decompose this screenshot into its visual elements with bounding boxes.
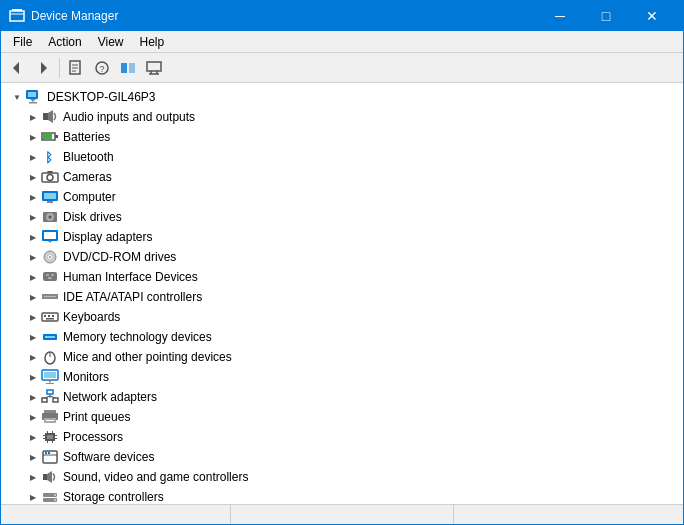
item-expander[interactable] <box>25 289 41 305</box>
computer-icon <box>41 189 59 205</box>
svg-rect-43 <box>46 274 49 276</box>
item-expander[interactable] <box>25 369 41 385</box>
tree-root[interactable]: DESKTOP-GIL46P3 <box>1 87 683 107</box>
display-icon <box>41 229 59 245</box>
mouse-icon <box>41 349 59 365</box>
list-item[interactable]: Mice and other pointing devices <box>1 347 683 367</box>
svg-rect-24 <box>55 135 58 138</box>
svg-rect-54 <box>45 336 55 338</box>
item-expander[interactable] <box>25 329 41 345</box>
list-item[interactable]: Network adapters <box>1 387 683 407</box>
item-expander[interactable] <box>25 109 41 125</box>
keyboard-icon <box>41 309 59 325</box>
item-label: Memory technology devices <box>63 330 212 344</box>
svg-rect-58 <box>44 372 56 378</box>
item-label: Cameras <box>63 170 112 184</box>
list-item[interactable]: Sound, video and game controllers <box>1 467 683 487</box>
window-icon <box>9 8 25 24</box>
list-item[interactable]: Human Interface Devices <box>1 267 683 287</box>
minimize-button[interactable]: ─ <box>537 1 583 31</box>
list-item[interactable]: Computer <box>1 187 683 207</box>
list-item[interactable]: Monitors <box>1 367 683 387</box>
help-button[interactable]: ? <box>90 56 114 80</box>
item-expander[interactable] <box>25 409 41 425</box>
item-expander[interactable] <box>25 349 41 365</box>
window-title: Device Manager <box>31 9 537 23</box>
list-item[interactable]: Keyboards <box>1 307 683 327</box>
item-expander[interactable] <box>25 269 41 285</box>
item-expander[interactable] <box>25 229 41 245</box>
close-button[interactable]: ✕ <box>629 1 675 31</box>
svg-rect-49 <box>44 315 46 317</box>
svg-point-89 <box>54 494 56 496</box>
svg-rect-1 <box>12 9 22 11</box>
list-item[interactable]: Software devices <box>1 447 683 467</box>
sound-icon <box>41 469 59 485</box>
item-expander[interactable] <box>25 129 41 145</box>
item-expander[interactable] <box>25 309 41 325</box>
svg-point-90 <box>54 499 56 501</box>
svg-rect-45 <box>48 277 52 279</box>
list-item[interactable]: Print queues <box>1 407 683 427</box>
item-expander[interactable] <box>25 169 41 185</box>
menu-view[interactable]: View <box>90 33 132 51</box>
back-button[interactable] <box>5 56 29 80</box>
list-item[interactable]: Batteries <box>1 127 683 147</box>
item-label: Keyboards <box>63 310 120 324</box>
list-item[interactable]: IDE ATA/ATAPI controllers <box>1 287 683 307</box>
toolbar: ? <box>1 53 683 83</box>
svg-rect-47 <box>44 296 56 297</box>
item-label: Print queues <box>63 410 130 424</box>
list-item[interactable]: Memory technology devices <box>1 327 683 347</box>
item-label: Sound, video and game controllers <box>63 470 248 484</box>
svg-rect-51 <box>52 315 54 317</box>
list-item[interactable]: Display adapters <box>1 227 683 247</box>
list-item[interactable]: Audio inputs and outputs <box>1 107 683 127</box>
status-bar <box>1 504 683 524</box>
list-item[interactable]: Processors <box>1 427 683 447</box>
status-section-3 <box>454 505 675 524</box>
software-icon <box>41 449 59 465</box>
properties-button[interactable] <box>64 56 88 80</box>
svg-rect-32 <box>47 201 53 203</box>
tree-view[interactable]: DESKTOP-GIL46P3 Audio inputs and outputs <box>1 83 683 504</box>
item-expander[interactable] <box>25 189 41 205</box>
battery-icon <box>41 129 59 145</box>
svg-rect-62 <box>42 398 47 402</box>
svg-rect-72 <box>47 435 53 439</box>
item-expander[interactable] <box>25 249 41 265</box>
menu-file[interactable]: File <box>5 33 40 51</box>
root-expander[interactable] <box>9 89 25 105</box>
svg-rect-20 <box>29 102 37 104</box>
show-hidden-button[interactable] <box>116 56 140 80</box>
bluetooth-icon: ᛒ <box>41 149 59 165</box>
memory-icon <box>41 329 59 345</box>
maximize-button[interactable]: □ <box>583 1 629 31</box>
forward-button[interactable] <box>31 56 55 80</box>
item-label: Audio inputs and outputs <box>63 110 195 124</box>
root-label: DESKTOP-GIL46P3 <box>47 90 156 104</box>
view-resources-button[interactable] <box>142 56 166 80</box>
list-item[interactable]: DVD/CD-ROM drives <box>1 247 683 267</box>
svg-marker-4 <box>41 62 47 74</box>
list-item[interactable]: Cameras <box>1 167 683 187</box>
item-expander[interactable] <box>25 389 41 405</box>
list-item[interactable]: Disk drives <box>1 207 683 227</box>
item-expander[interactable] <box>25 469 41 485</box>
computer-icon <box>25 89 43 105</box>
item-expander[interactable] <box>25 429 41 445</box>
list-item[interactable]: ᛒ Bluetooth <box>1 147 683 167</box>
menu-action[interactable]: Action <box>40 33 89 51</box>
item-expander[interactable] <box>25 489 41 504</box>
item-expander[interactable] <box>25 149 41 165</box>
processor-icon <box>41 429 59 445</box>
item-expander[interactable] <box>25 209 41 225</box>
printer-icon <box>41 409 59 425</box>
item-expander[interactable] <box>25 449 41 465</box>
svg-rect-52 <box>46 318 54 320</box>
list-item[interactable]: Storage controllers <box>1 487 683 504</box>
title-bar: Device Manager ─ □ ✕ <box>1 1 683 31</box>
menu-help[interactable]: Help <box>132 33 173 51</box>
window-controls: ─ □ ✕ <box>537 1 675 31</box>
svg-marker-59 <box>48 380 52 383</box>
